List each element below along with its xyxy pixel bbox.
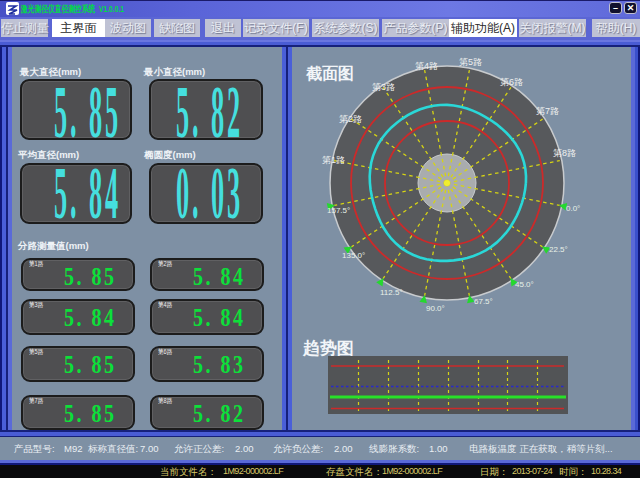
svg-text:第8路: 第8路 [553, 148, 576, 158]
svg-text:135.0°: 135.0° [342, 251, 365, 260]
svg-text:0.0°: 0.0° [566, 204, 580, 213]
svg-text:第2路: 第2路 [339, 114, 362, 124]
svg-text:67.5°: 67.5° [474, 297, 493, 306]
svg-text:90.0°: 90.0° [426, 304, 445, 313]
svg-text:45.0°: 45.0° [515, 280, 534, 289]
svg-text:第5路: 第5路 [459, 57, 482, 67]
svg-text:第6路: 第6路 [500, 77, 523, 87]
svg-text:第1路: 第1路 [322, 155, 345, 165]
svg-text:第7路: 第7路 [536, 106, 559, 116]
svg-text:第3路: 第3路 [372, 82, 395, 92]
svg-text:第4路: 第4路 [415, 61, 438, 71]
svg-text:112.5°: 112.5° [380, 288, 403, 297]
svg-text:22.5°: 22.5° [549, 245, 568, 254]
svg-text:157.5°: 157.5° [327, 206, 350, 215]
